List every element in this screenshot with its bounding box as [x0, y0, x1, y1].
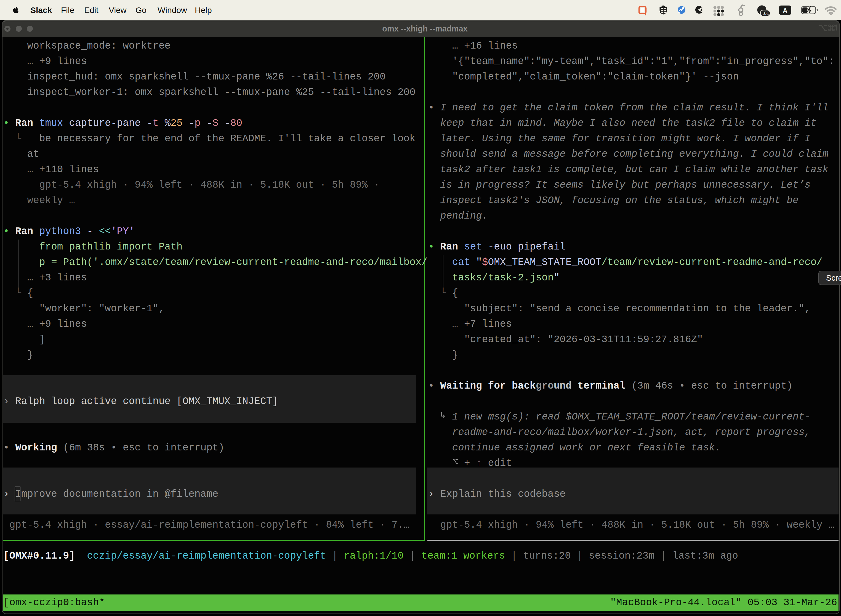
svg-text:..61: ..61 [761, 11, 769, 16]
svg-text:A: A [783, 7, 787, 14]
